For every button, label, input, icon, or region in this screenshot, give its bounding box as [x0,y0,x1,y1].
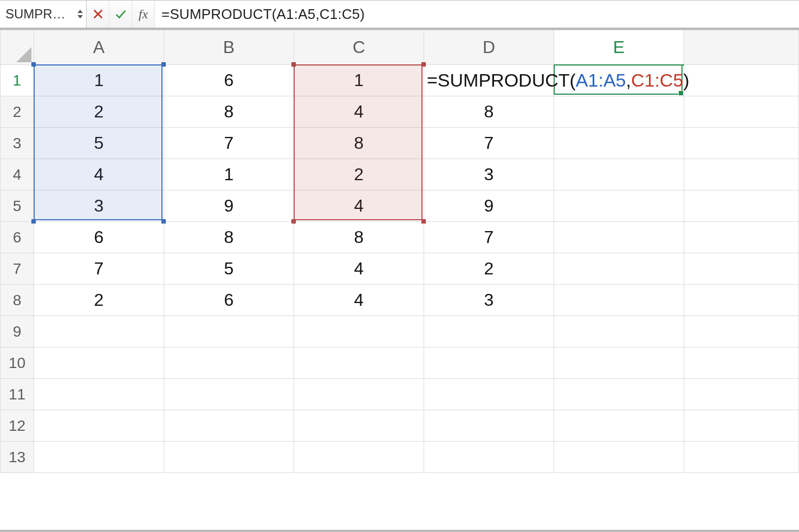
cell-D13[interactable] [424,442,554,473]
cell-C5[interactable]: 4 [294,191,424,222]
cell-E11[interactable] [554,379,684,410]
cell-E2[interactable] [554,96,684,128]
cell-C10[interactable] [294,347,424,379]
cell-C12[interactable] [294,410,424,442]
cell-A1[interactable]: 1 [34,65,164,96]
cell-A2[interactable]: 2 [34,96,164,128]
cell-B6[interactable]: 8 [164,222,294,253]
row-header-9[interactable]: 9 [1,316,34,347]
cell-B11[interactable] [164,379,294,410]
range-handle[interactable] [421,62,426,67]
cell-extra-10[interactable] [684,347,799,379]
cell-A9[interactable] [34,316,164,347]
insert-function-button[interactable]: fx [132,1,155,28]
cell-D4[interactable]: 3 [424,159,554,191]
range-handle[interactable] [31,219,36,224]
cell-E9[interactable] [554,316,684,347]
cell-C11[interactable] [294,379,424,410]
spreadsheet-grid[interactable]: ABCDE11612284835787441235394966887775428… [0,28,799,532]
cell-C4[interactable]: 2 [294,159,424,191]
cell-B12[interactable] [164,410,294,442]
cell-C6[interactable]: 8 [294,222,424,253]
cell-D5[interactable]: 9 [424,191,554,222]
cell-E5[interactable] [554,191,684,222]
cell-E6[interactable] [554,222,684,253]
row-header-12[interactable]: 12 [1,410,34,442]
cell-B7[interactable]: 5 [164,253,294,285]
row-header-13[interactable]: 13 [1,442,34,473]
cell-B9[interactable] [164,316,294,347]
cell-D10[interactable] [424,347,554,379]
row-header-5[interactable]: 5 [1,191,34,222]
cell-extra-11[interactable] [684,379,799,410]
cell-E8[interactable] [554,285,684,316]
cell-B8[interactable]: 6 [164,285,294,316]
cell-extra-12[interactable] [684,410,799,442]
column-header-C[interactable]: C [294,30,424,65]
row-header-10[interactable]: 10 [1,347,34,379]
cell-A4[interactable]: 4 [34,159,164,191]
cell-E10[interactable] [554,347,684,379]
range-handle[interactable] [291,62,296,67]
cell-extra-6[interactable] [684,222,799,253]
cell-B13[interactable] [164,442,294,473]
cell-extra-8[interactable] [684,285,799,316]
range-handle[interactable] [161,219,166,224]
range-handle[interactable] [161,62,166,67]
cell-A5[interactable]: 3 [34,191,164,222]
cell-extra-4[interactable] [684,159,799,191]
cell-B4[interactable]: 1 [164,159,294,191]
cell-E12[interactable] [554,410,684,442]
row-header-6[interactable]: 6 [1,222,34,253]
cell-E4[interactable] [554,159,684,191]
cell-E13[interactable] [554,442,684,473]
name-box-spinner[interactable] [77,9,83,19]
row-header-11[interactable]: 11 [1,379,34,410]
select-all-corner[interactable] [1,30,34,65]
row-header-4[interactable]: 4 [1,159,34,191]
formula-input[interactable]: =SUMPRODUCT(A1:A5,C1:C5) [155,1,799,28]
cell-D12[interactable] [424,410,554,442]
range-handle[interactable] [31,62,36,67]
column-header-D[interactable]: D [424,30,554,65]
cell-extra-13[interactable] [684,442,799,473]
cell-extra-5[interactable] [684,191,799,222]
column-header-B[interactable]: B [164,30,294,65]
column-header-extra[interactable] [684,30,799,65]
cell-E7[interactable] [554,253,684,285]
range-handle[interactable] [291,219,296,224]
cell-C13[interactable] [294,442,424,473]
cell-B1[interactable]: 6 [164,65,294,96]
cell-B5[interactable]: 9 [164,191,294,222]
row-header-2[interactable]: 2 [1,96,34,128]
cell-B3[interactable]: 7 [164,128,294,159]
column-header-A[interactable]: A [34,30,164,65]
cell-A3[interactable]: 5 [34,128,164,159]
cell-D3[interactable]: 7 [424,128,554,159]
cell-extra-1[interactable] [684,65,799,96]
cell-D9[interactable] [424,316,554,347]
row-header-1[interactable]: 1 [1,65,34,96]
cell-C2[interactable]: 4 [294,96,424,128]
name-box[interactable]: SUMPRO… [0,1,87,28]
cell-D8[interactable]: 3 [424,285,554,316]
cell-B2[interactable]: 8 [164,96,294,128]
row-header-7[interactable]: 7 [1,253,34,285]
row-header-3[interactable]: 3 [1,128,34,159]
cell-C3[interactable]: 8 [294,128,424,159]
cell-extra-2[interactable] [684,96,799,128]
cell-A8[interactable]: 2 [34,285,164,316]
row-header-8[interactable]: 8 [1,285,34,316]
cell-B10[interactable] [164,347,294,379]
enter-button[interactable] [109,1,132,28]
cell-C1[interactable]: 1 [294,65,424,96]
cell-A11[interactable] [34,379,164,410]
cell-extra-9[interactable] [684,316,799,347]
cell-A13[interactable] [34,442,164,473]
cell-A7[interactable]: 7 [34,253,164,285]
cell-A10[interactable] [34,347,164,379]
cancel-button[interactable] [87,1,109,28]
column-header-E[interactable]: E [554,30,684,65]
range-handle[interactable] [421,219,426,224]
cell-A6[interactable]: 6 [34,222,164,253]
